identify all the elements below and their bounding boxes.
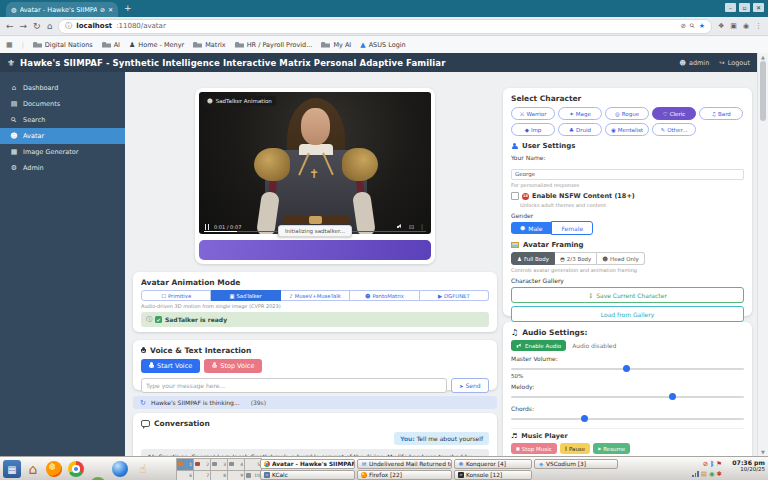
firefox-icon[interactable] [46, 461, 62, 477]
workspace-cell[interactable]: 1 [177, 459, 193, 470]
page-scrollbar[interactable]: ▲ ▼ [757, 53, 768, 456]
video-menu-icon[interactable]: ⋮ [419, 223, 425, 230]
bookmark-item[interactable]: My AI [321, 41, 351, 49]
workspace-pager[interactable]: 1 2 3 4 5 6 7 8 9 10 [176, 458, 262, 480]
sidebar-item-admin[interactable]: ⚙Admin [0, 160, 125, 176]
class-bard-button[interactable]: ♫Bard [699, 107, 743, 120]
send-button[interactable]: ➤Send [451, 378, 489, 393]
chords-slider[interactable] [511, 414, 744, 423]
scroll-up-icon[interactable]: ▲ [758, 54, 768, 60]
class-rogue-button[interactable]: ◎Rogue [605, 107, 649, 120]
slider-thumb[interactable] [623, 365, 630, 372]
taskbar-clock[interactable]: 07:36 pm 10/20/25 [732, 459, 765, 472]
window-close-button[interactable]: ✕ [753, 3, 764, 12]
pause-music-button[interactable]: ∥Pause [560, 443, 590, 454]
framing-two-thirds-button[interactable]: ◓2/3 Body [555, 252, 597, 265]
class-mage-button[interactable]: ✦Mage [558, 107, 602, 120]
class-cleric-button[interactable]: ♡Cleric [652, 107, 696, 120]
pause-icon[interactable] [205, 224, 209, 230]
tab-muted-icon[interactable]: ⊘ [680, 22, 685, 30]
workspace-cell[interactable]: 6 [177, 471, 193, 480]
bookmark-item[interactable]: AI [102, 41, 120, 49]
logout-button[interactable]: ↪Logout [719, 59, 750, 67]
name-input[interactable] [511, 169, 744, 180]
tab-close-icon[interactable]: ✕ [108, 6, 113, 13]
bluetooth-icon[interactable]: ᛒ [710, 461, 714, 468]
admin-user[interactable]: ☻admin [679, 59, 709, 67]
window-minimize-button[interactable]: – [725, 3, 736, 12]
browser-tab[interactable]: ◍ Avatar - Hawke's SIIMPAF ⊘ ✕ [6, 2, 118, 17]
taskbar-window-konqueror[interactable]: ☸Konqueror [4] [454, 459, 532, 470]
class-other-button[interactable]: ✎Other... [652, 123, 696, 136]
tab-sadtalker[interactable]: ▣SadTalker [211, 290, 280, 301]
message-input[interactable] [141, 378, 447, 393]
slider-thumb[interactable] [669, 393, 676, 400]
side-panel-icon[interactable]: ▣ [730, 22, 737, 30]
site-info-icon[interactable]: ⓘ [65, 21, 72, 31]
master-volume-slider[interactable] [511, 364, 744, 373]
window-maximize-button[interactable]: ▫ [739, 3, 750, 12]
extensions-icon[interactable]: ❖ [718, 22, 724, 30]
class-mentalist-button[interactable]: ◉Mentalist [605, 123, 649, 136]
bookmark-item[interactable]: Matrix [193, 41, 225, 49]
fullscreen-icon[interactable]: ⊡ [409, 223, 414, 230]
sidebar-item-dashboard[interactable]: ⌂Dashboard [0, 80, 125, 96]
enable-audio-button[interactable]: Enable Audio [511, 340, 566, 351]
tab-pantomatrix[interactable]: ☻PantoMatrix [350, 290, 419, 301]
workspace-cell[interactable]: 5 [245, 459, 261, 470]
zoom-icon[interactable]: ⚲ [688, 21, 697, 30]
scrollbar-thumb[interactable] [760, 61, 766, 121]
load-gallery-button[interactable]: Load from Gallery [511, 306, 744, 322]
reload-icon[interactable]: ↻ [33, 21, 41, 31]
female-button[interactable]: Female [551, 221, 593, 235]
save-character-button[interactable]: ↧Save Current Character [511, 287, 744, 303]
hand-icon[interactable]: ☝ [134, 460, 152, 478]
workspace-cell[interactable]: 3 [211, 459, 227, 470]
home-icon[interactable]: ⌂ [47, 21, 53, 31]
tab-dgfunet[interactable]: ▶DGFUNET [420, 290, 489, 301]
resume-music-button[interactable]: ▶Resume [593, 443, 630, 454]
start-voice-button[interactable]: Start Voice [141, 359, 200, 373]
workspace-cell[interactable]: 2 [194, 459, 210, 470]
melody-slider[interactable] [511, 392, 744, 401]
class-imp-button[interactable]: ◆Imp [511, 123, 555, 136]
flag-icon[interactable]: ⚑ [716, 461, 722, 468]
bookmark-item[interactable]: Digital Nations [33, 41, 93, 49]
slider-thumb[interactable] [581, 415, 588, 422]
scroll-down-icon[interactable]: ▼ [758, 449, 768, 455]
stop-music-button[interactable]: ■Stop Music [511, 443, 557, 454]
taskbar-window-avatar[interactable]: Avatar - Hawke's SIIMPAF - [260, 459, 355, 470]
class-druid-button[interactable]: ♣Druid [558, 123, 602, 136]
browser-menu-icon[interactable]: ⋮ [755, 22, 762, 30]
forward-icon[interactable]: → [20, 21, 28, 31]
tab-musev-musetalk[interactable]: ♪MuseV+MuseTalk [281, 290, 350, 301]
taskbar-window-vscodium[interactable]: ◈VSCodium [3] [534, 459, 618, 470]
avatar-video-player[interactable]: ✝ ☻SadTalker Animation 0:01 / 0:07 ⊡ ⋮ [199, 92, 431, 234]
stop-voice-button[interactable]: Stop Voice [204, 359, 262, 373]
framing-head-only-button[interactable]: ☻Head Only [597, 252, 644, 265]
bookmark-item[interactable]: ▲ASUS Login [360, 41, 405, 49]
workspace-cell[interactable]: 8 [211, 471, 227, 480]
workspace-cell[interactable]: 9 [228, 471, 244, 480]
sidebar-item-image-generator[interactable]: ▦Image Generator [0, 144, 125, 160]
sidebar-item-search[interactable]: ⚲Search [0, 112, 125, 128]
back-icon[interactable]: ← [6, 21, 14, 31]
framing-full-body-button[interactable]: ♟Full Body [511, 252, 555, 265]
taskbar-window-konsole[interactable]: Konsole [12] [454, 470, 532, 480]
app-launcher-icon[interactable]: ▦ [3, 460, 21, 478]
workspace-cell[interactable]: 10 [245, 471, 261, 480]
url-bar[interactable]: ⓘ localhost :11080/avatar ⊘ ⚲ ★ [58, 19, 712, 34]
alert-icon[interactable]: ✱ [717, 471, 722, 478]
workspace-cell[interactable]: 7 [194, 471, 210, 480]
apps-grid-icon[interactable]: ▦ [6, 41, 13, 49]
bookmark-star-icon[interactable]: ★ [699, 22, 705, 30]
male-button[interactable]: ☻Male [511, 222, 551, 234]
bookmark-item[interactable]: HR / Payroll Provid... [235, 41, 313, 49]
taskbar-window-kcalc[interactable]: KCalc [260, 470, 355, 480]
taskbar-window-firefox[interactable]: Firefox [22] [357, 470, 452, 480]
tab-mute-icon[interactable]: ⊘ [100, 6, 105, 13]
network-signal-icon[interactable] [692, 471, 698, 477]
sidebar-item-documents[interactable]: ▤Documents [0, 96, 125, 112]
bookmark-item[interactable]: ♟Home - Menyr [129, 41, 184, 49]
new-tab-button[interactable]: + [124, 3, 132, 13]
